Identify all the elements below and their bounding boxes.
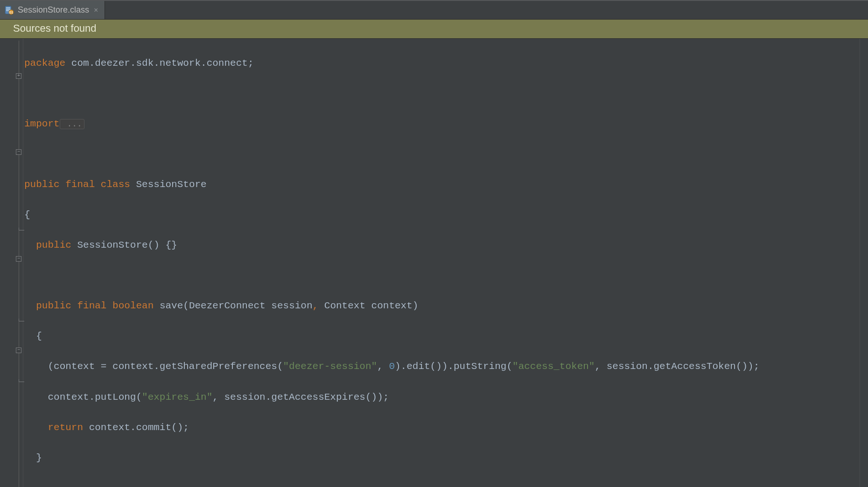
sources-not-found-banner: Sources not found — [0, 20, 868, 39]
svg-text:01: 01 — [9, 10, 14, 14]
code-content[interactable]: package com.deezer.sdk.network.connect; … — [23, 39, 759, 487]
tab-bar: 01 SessionStore.class × — [0, 0, 868, 20]
fold-collapse-icon[interactable] — [16, 348, 21, 353]
banner-text: Sources not found — [13, 22, 97, 34]
fold-collapse-icon[interactable] — [16, 256, 21, 262]
tab-filename: SessionStore.class — [18, 5, 89, 15]
error-stripe[interactable] — [860, 39, 868, 487]
class-file-icon: 01 — [5, 6, 14, 15]
editor-tab[interactable]: 01 SessionStore.class × — [0, 1, 105, 19]
close-icon[interactable]: × — [93, 6, 99, 14]
editor-area[interactable]: package com.deezer.sdk.network.connect; … — [0, 39, 868, 487]
svg-rect-3 — [6, 10, 9, 11]
fold-collapse-icon[interactable] — [16, 149, 21, 155]
svg-rect-2 — [6, 9, 10, 10]
gutter[interactable] — [0, 39, 23, 487]
svg-rect-1 — [6, 7, 10, 8]
fold-expand-icon[interactable] — [16, 73, 21, 79]
